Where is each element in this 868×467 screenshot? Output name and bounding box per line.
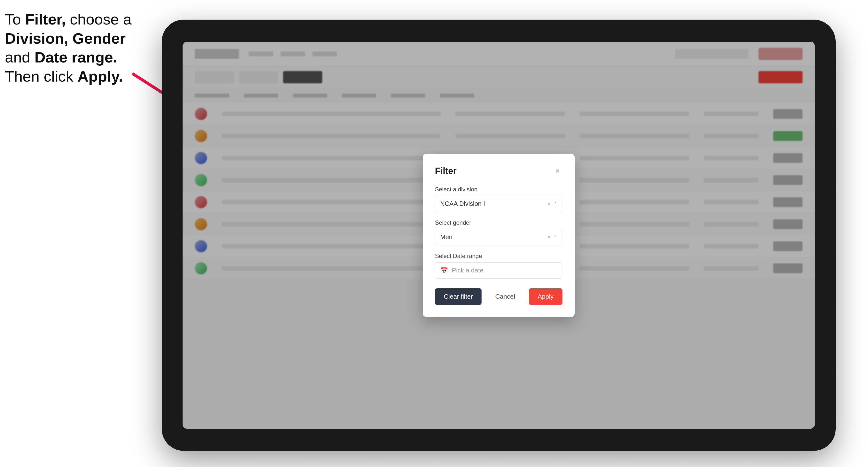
modal-header: Filter × xyxy=(435,166,562,176)
gender-clear-icon[interactable]: × xyxy=(548,234,551,240)
division-clear-icon[interactable]: × xyxy=(548,201,551,207)
division-value: NCAA Division I xyxy=(440,200,548,208)
date-label: Select Date range xyxy=(435,253,562,259)
calendar-icon: 📅 xyxy=(440,267,448,274)
gender-chevron-icon: ⌃ xyxy=(554,235,557,240)
gender-select[interactable]: Men × ⌃ xyxy=(435,229,562,245)
apply-button[interactable]: Apply xyxy=(529,288,562,305)
modal-overlay: Filter × Select a division NCAA Division… xyxy=(183,42,815,429)
division-chevron-icon: ⌃ xyxy=(554,201,557,207)
division-group: Select a division NCAA Division I × ⌃ xyxy=(435,186,562,212)
filter-modal: Filter × Select a division NCAA Division… xyxy=(423,154,575,317)
clear-filter-button[interactable]: Clear filter xyxy=(435,288,482,305)
division-select[interactable]: NCAA Division I × ⌃ xyxy=(435,196,562,212)
instruction-line4: Then click Apply. xyxy=(5,68,123,85)
date-input[interactable]: 📅 Pick a date xyxy=(435,262,562,279)
instruction-line1: To Filter, choose a xyxy=(5,11,132,28)
gender-value: Men xyxy=(440,233,548,241)
instruction-bold2: Division, Gender xyxy=(5,30,126,47)
date-placeholder: Pick a date xyxy=(452,267,484,274)
gender-label: Select gender xyxy=(435,219,562,226)
cancel-button[interactable]: Cancel xyxy=(487,288,524,305)
tablet-screen: Filter × Select a division NCAA Division… xyxy=(183,42,815,429)
modal-close-button[interactable]: × xyxy=(553,166,562,176)
footer-right-buttons: Cancel Apply xyxy=(487,288,562,305)
instruction-text: To Filter, choose a Division, Gender and… xyxy=(5,10,147,86)
select-controls: × ⌃ xyxy=(548,234,557,240)
modal-footer: Clear filter Cancel Apply xyxy=(435,288,562,305)
select-controls: × ⌃ xyxy=(548,201,557,207)
gender-group: Select gender Men × ⌃ xyxy=(435,219,562,245)
tablet-device: Filter × Select a division NCAA Division… xyxy=(162,20,836,451)
division-label: Select a division xyxy=(435,186,562,193)
modal-title: Filter xyxy=(435,166,457,176)
date-group: Select Date range 📅 Pick a date xyxy=(435,253,562,279)
instruction-line3: and Date range. xyxy=(5,49,117,66)
